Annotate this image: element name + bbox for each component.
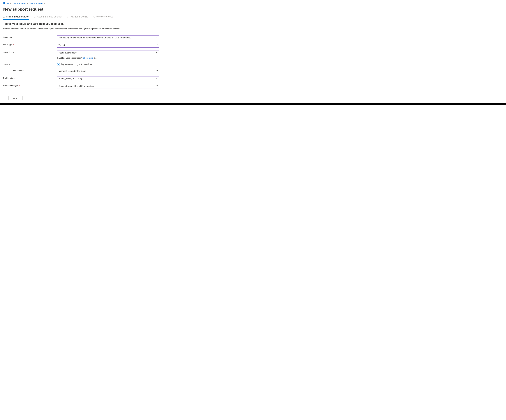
problem-type-label: Problem type*: [3, 76, 57, 81]
page-title: New support request ···: [3, 7, 503, 12]
wizard-tabs: 1. Problem description 2. Recommended so…: [3, 15, 503, 20]
breadcrumb: Home Help + support Help + support: [3, 2, 503, 5]
service-radio-group: My services All services: [57, 63, 159, 66]
bottom-strip: [0, 103, 506, 105]
show-more-link[interactable]: Show more: [83, 57, 93, 59]
chevron-right-icon: [44, 2, 45, 4]
service-type-select[interactable]: Microsoft Defender for Cloud: [57, 69, 159, 73]
section-description: Provide information about your billing, …: [3, 27, 154, 30]
subscription-label: Subscription*: [3, 51, 57, 55]
radio-all-services[interactable]: All services: [77, 63, 92, 66]
radio-all-services-label: All services: [81, 63, 92, 65]
checkmark-icon: [155, 36, 158, 39]
breadcrumb-item-help-2[interactable]: Help + support: [29, 2, 43, 5]
radio-icon: [57, 63, 60, 66]
page-title-text: New support request: [3, 7, 43, 12]
tab-review-create[interactable]: 4. Review + create: [93, 15, 113, 20]
footer: Next: [3, 93, 503, 103]
chevron-down-icon: [156, 70, 158, 72]
issue-type-select[interactable]: Technical: [57, 43, 159, 48]
breadcrumb-item-home[interactable]: Home: [3, 2, 9, 5]
chevron-down-icon: [156, 85, 158, 87]
breadcrumb-item-help-1[interactable]: Help + support: [12, 2, 26, 5]
radio-my-services-label: My services: [61, 63, 73, 65]
summary-input[interactable]: Requesting for Defender for servers P2 d…: [57, 35, 159, 40]
issue-type-label: Issue type*: [3, 43, 57, 48]
chevron-down-icon: [156, 52, 158, 54]
chevron-down-icon: [156, 44, 158, 46]
subscription-select[interactable]: <Your subscription>: [57, 51, 159, 55]
next-button[interactable]: Next: [8, 96, 22, 100]
tab-problem-description[interactable]: 1. Problem description: [3, 15, 29, 20]
chevron-down-icon: [156, 78, 158, 80]
summary-label: Summary*: [3, 35, 57, 40]
chevron-right-icon: [27, 2, 28, 4]
tab-recommended-solution[interactable]: 2. Recommended solution: [34, 15, 62, 20]
support-form: Summary* Requesting for Defender for ser…: [3, 35, 159, 88]
chevron-right-icon: [10, 2, 11, 4]
tab-additional-details[interactable]: 3. Additional details: [67, 15, 88, 20]
more-actions-button[interactable]: ···: [46, 8, 48, 11]
problem-subtype-label: Problem subtype*: [3, 84, 57, 88]
radio-my-services[interactable]: My services: [57, 63, 73, 66]
info-icon[interactable]: i: [94, 57, 96, 59]
subscription-helper: Can't find your subscription? Show more …: [57, 57, 159, 59]
service-label: Service: [3, 63, 57, 66]
service-type-label: Service type*: [3, 69, 57, 73]
section-title: Tell us your issue, and we'll help you r…: [3, 22, 503, 26]
problem-type-select[interactable]: Pricing, Billing and Usage: [57, 76, 159, 81]
radio-icon: [77, 63, 80, 66]
problem-subtype-select[interactable]: Discount request for MDE integration: [57, 84, 159, 88]
tree-elbow-icon: [5, 67, 11, 71]
